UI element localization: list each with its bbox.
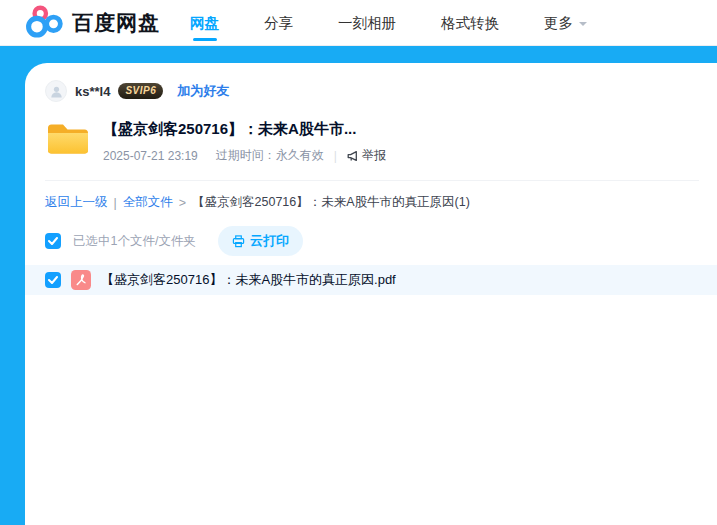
folder-icon [45,119,91,164]
person-icon [50,85,63,98]
file-checkbox[interactable] [45,272,61,288]
cloud-print-button[interactable]: 云打印 [218,226,303,256]
owner-name: ks**l4 [75,84,110,99]
cloud-print-label: 云打印 [250,232,289,250]
select-all-checkbox[interactable] [45,233,61,249]
nav-tab-convert[interactable]: 格式转换 [441,0,499,46]
breadcrumb-chevron: > [179,196,186,210]
share-date: 2025-07-21 23:19 [103,149,198,163]
selection-bar: 已选中1个文件/文件夹 云打印 [45,226,717,256]
breadcrumb-current: 【盛京剑客250716】：未来A股牛市的真正原因(1) [192,194,470,211]
breadcrumb: 返回上一级 | 全部文件 > 【盛京剑客250716】：未来A股牛市的真正原因(… [45,194,717,211]
share-summary: 【盛京剑客250716】：未来A股牛市... 2025-07-21 23:19 … [45,119,717,164]
share-meta: 2025-07-21 23:19 过期时间：永久有效 | 举报 [103,147,386,164]
owner-row: ks**l4 SVIP6 加为好友 [45,79,717,103]
netdisk-logo-icon [26,3,64,43]
page-background: ks**l4 SVIP6 加为好友 【盛京剑客25 [0,46,717,525]
breadcrumb-separator: | [114,196,117,210]
share-card: ks**l4 SVIP6 加为好友 【盛京剑客25 [25,63,717,525]
checkmark-icon [48,276,58,284]
nav-tab-album[interactable]: 一刻相册 [338,0,396,46]
chevron-down-icon [579,22,587,30]
pdf-file-icon [71,270,91,290]
meta-separator: | [334,149,337,163]
report-horn-icon [347,150,359,162]
breadcrumb-back-link[interactable]: 返回上一级 [45,194,108,211]
add-friend-link[interactable]: 加为好友 [177,82,229,100]
printer-icon [232,235,245,248]
breadcrumb-all-files-link[interactable]: 全部文件 [123,194,173,211]
report-button[interactable]: 举报 [347,147,386,164]
file-name: 【盛京剑客250716】：未来A股牛市的真正原因.pdf [101,271,396,289]
divider [45,180,699,181]
share-title: 【盛京剑客250716】：未来A股牛市... [103,119,386,139]
nav-tab-more[interactable]: 更多 [544,0,587,46]
nav-tab-netdisk[interactable]: 网盘 [190,0,219,46]
top-navbar: 百度网盘 网盘 分享 一刻相册 格式转换 更多 [0,0,717,46]
file-row[interactable]: 【盛京剑客250716】：未来A股牛市的真正原因.pdf [25,265,717,295]
share-expiry: 过期时间：永久有效 [216,147,324,164]
svip-badge: SVIP6 [118,83,163,99]
checkmark-icon [48,237,58,245]
brand[interactable]: 百度网盘 [26,3,160,43]
brand-title: 百度网盘 [72,9,160,37]
main-nav: 网盘 分享 一刻相册 格式转换 更多 [190,0,587,46]
selection-count-label: 已选中1个文件/文件夹 [73,233,196,250]
nav-tab-share[interactable]: 分享 [264,0,293,46]
avatar [45,80,67,102]
report-label: 举报 [362,147,386,164]
